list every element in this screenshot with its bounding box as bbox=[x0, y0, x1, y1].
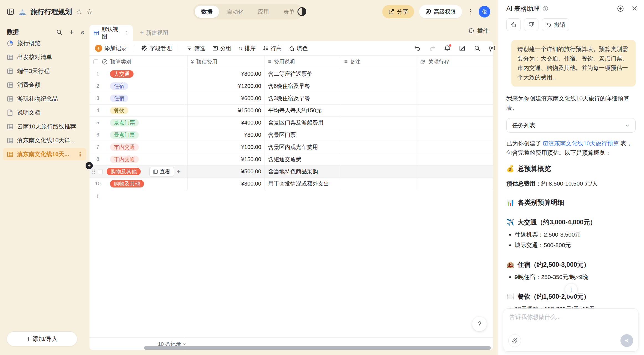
cell-description[interactable]: 平均每人每天约150元 bbox=[265, 105, 341, 116]
cell-amount[interactable]: ¥800.00 bbox=[188, 68, 265, 80]
cell-link[interactable] bbox=[417, 68, 493, 80]
field-manage-button[interactable]: 字段管理 bbox=[141, 45, 172, 52]
category-tag[interactable]: 市内交通 bbox=[110, 156, 139, 163]
filter-button[interactable]: 筛选 bbox=[186, 45, 205, 52]
horizontal-scrollbar[interactable] bbox=[144, 346, 491, 350]
table-row[interactable]: 5景点门票 ¥400.00 含景区门票及游船费用 bbox=[89, 117, 493, 129]
category-tag[interactable]: 大交通 bbox=[110, 70, 134, 78]
view-tab-default[interactable]: 默认视图 ⋮ bbox=[89, 25, 133, 41]
select-all-checkbox[interactable] bbox=[93, 59, 98, 64]
share-button[interactable]: 分享 bbox=[382, 5, 414, 18]
help-button[interactable]: ? bbox=[472, 317, 487, 331]
add-import-button[interactable]: + 添加/导入 bbox=[7, 331, 77, 346]
tab-data[interactable]: 数据 bbox=[195, 6, 219, 18]
table-row[interactable]: 10购物及其他 ¥300.00 用于突发情况或额外支出 bbox=[89, 178, 493, 190]
comment-icon[interactable] bbox=[489, 45, 496, 52]
table-row[interactable]: 3住宿 ¥600.00 含3晚住宿及早餐 bbox=[89, 92, 493, 105]
column-header-category[interactable]: 预算类别 bbox=[110, 58, 131, 65]
thumbs-up-button[interactable] bbox=[506, 18, 521, 31]
sidebar-item-diandongnan-budget[interactable]: 滇东南文化线10天... ⋮ bbox=[3, 148, 86, 160]
cell-description[interactable]: 含景区门票 bbox=[265, 129, 341, 141]
send-button[interactable] bbox=[620, 334, 633, 347]
cell-amount[interactable]: ¥1500.00 bbox=[188, 105, 265, 116]
cell-amount[interactable]: ¥500.00 bbox=[188, 166, 265, 178]
add-record-button[interactable]: + 添加记录 bbox=[95, 45, 127, 52]
cell-description[interactable]: 含景区内观光车费用 bbox=[265, 141, 341, 153]
undo-ai-button[interactable]: 撤销 bbox=[542, 18, 569, 31]
cell-amount[interactable]: ¥80.00 bbox=[188, 129, 265, 141]
cell-description[interactable]: 含景区门票及游船费用 bbox=[265, 117, 341, 129]
group-button[interactable]: 分组 bbox=[212, 45, 231, 52]
undo-icon[interactable] bbox=[414, 45, 421, 52]
table-row-hovered[interactable]: 购物及其他 查看 + ¥500.00 含当地特色商品采购 bbox=[89, 166, 493, 178]
cell-amount[interactable]: ¥600.00 bbox=[188, 92, 265, 104]
category-tag[interactable]: 景点门票 bbox=[110, 131, 139, 139]
more-menu-icon[interactable]: ⋮ bbox=[467, 8, 474, 16]
sidebar-item-diandongnan-detail[interactable]: 滇东南文化线10天详... bbox=[3, 134, 86, 146]
cell-note[interactable] bbox=[341, 141, 417, 153]
fill-color-button[interactable]: 填色 bbox=[289, 45, 308, 52]
thumbs-down-button[interactable] bbox=[524, 18, 538, 31]
category-tag[interactable]: 市内交通 bbox=[110, 143, 139, 151]
collapse-sidebar-icon[interactable]: « bbox=[81, 28, 84, 37]
sort-button[interactable]: ↑↓ 排序 bbox=[238, 45, 256, 52]
view-more-icon[interactable]: ⋮ bbox=[124, 30, 129, 36]
cell-link[interactable] bbox=[417, 105, 493, 116]
table-row[interactable]: 7市内交通 ¥100.00 含景区内观光车费用 bbox=[89, 141, 493, 153]
cell-link[interactable] bbox=[417, 129, 493, 141]
cell-amount[interactable]: ¥150.00 bbox=[188, 153, 265, 165]
cell-note[interactable] bbox=[341, 80, 417, 92]
sidebar-item-souvenirs[interactable]: 游玩礼物纪念品 bbox=[3, 93, 86, 105]
plugin-button[interactable]: 插件 bbox=[468, 27, 488, 35]
cell-amount[interactable]: ¥1200.00 bbox=[188, 80, 265, 92]
sidebar-item-departure-checklist[interactable]: 出发核对清单 bbox=[3, 51, 86, 63]
pin-star-icon[interactable]: ☆ bbox=[76, 7, 82, 16]
add-row-button[interactable]: + bbox=[89, 190, 493, 202]
new-chat-icon[interactable] bbox=[617, 5, 624, 12]
cell-link[interactable] bbox=[417, 166, 493, 178]
category-tag[interactable]: 餐饮 bbox=[110, 107, 128, 114]
table-row[interactable]: 4餐饮 ¥1500.00 平均每人每天约150元 bbox=[89, 105, 493, 117]
cell-link[interactable] bbox=[417, 141, 493, 153]
cell-link[interactable] bbox=[417, 80, 493, 92]
redo-icon[interactable] bbox=[429, 45, 436, 52]
search-icon[interactable] bbox=[56, 29, 63, 36]
sidebar-item-trip-overview[interactable]: 旅行概览 bbox=[3, 37, 86, 49]
task-list-collapse[interactable]: 任务列表 bbox=[506, 118, 636, 133]
theme-toggle-icon[interactable] bbox=[297, 7, 306, 16]
cell-description[interactable]: 含短途交通费 bbox=[265, 153, 341, 165]
search-table-icon[interactable] bbox=[474, 45, 481, 52]
cell-amount[interactable]: ¥400.00 bbox=[188, 117, 265, 129]
favorite-star-icon[interactable]: ☆ bbox=[86, 7, 93, 16]
column-header-note-cell[interactable]: ≡ 备注 bbox=[341, 56, 417, 68]
created-table-link[interactable]: 滇东南文化线10天旅行预算 bbox=[548, 140, 619, 146]
category-tag[interactable]: 住宿 bbox=[110, 95, 128, 102]
sidebar-item-readme-doc[interactable]: 说明文档 bbox=[3, 106, 86, 119]
cell-link[interactable] bbox=[417, 178, 493, 190]
cell-amount[interactable]: ¥300.00 bbox=[188, 178, 265, 190]
edit-form-icon[interactable] bbox=[459, 45, 466, 52]
advanced-permission-button[interactable]: 高级权限 bbox=[419, 5, 462, 18]
cell-note[interactable] bbox=[341, 117, 417, 129]
cell-note[interactable] bbox=[341, 105, 417, 116]
cell-description[interactable]: 含6晚住宿及早餐 bbox=[265, 80, 341, 92]
cell-note[interactable] bbox=[341, 166, 417, 178]
new-view-button[interactable]: + 新建视图 bbox=[140, 29, 168, 37]
cell-link[interactable] bbox=[417, 153, 493, 165]
notification-history-icon[interactable] bbox=[444, 45, 451, 52]
category-tag[interactable]: 购物及其他 bbox=[110, 180, 144, 187]
cell-link[interactable] bbox=[417, 117, 493, 129]
tab-apps[interactable]: 应用 bbox=[251, 6, 276, 18]
row-checkbox[interactable] bbox=[98, 169, 103, 174]
category-tag[interactable]: 景点门票 bbox=[110, 119, 139, 126]
view-record-button[interactable]: 查看 bbox=[149, 167, 174, 176]
table-row[interactable]: 2住宿 ¥1200.00 含6晚住宿及早餐 bbox=[89, 80, 493, 92]
cell-description[interactable]: 用于突发情况或额外支出 bbox=[265, 178, 341, 190]
column-header-desc-cell[interactable]: ≡ 费用说明 bbox=[265, 56, 341, 68]
cell-note[interactable] bbox=[341, 129, 417, 141]
cell-note[interactable] bbox=[341, 178, 417, 190]
cell-description[interactable]: 含二等座往返票价 bbox=[265, 68, 341, 80]
cell-description[interactable]: 含3晚住宿及早餐 bbox=[265, 92, 341, 104]
sidebar-item-spending[interactable]: 消费金额 bbox=[3, 79, 86, 91]
table-row[interactable]: 8市内交通 ¥150.00 含短途交通费 bbox=[89, 153, 493, 166]
